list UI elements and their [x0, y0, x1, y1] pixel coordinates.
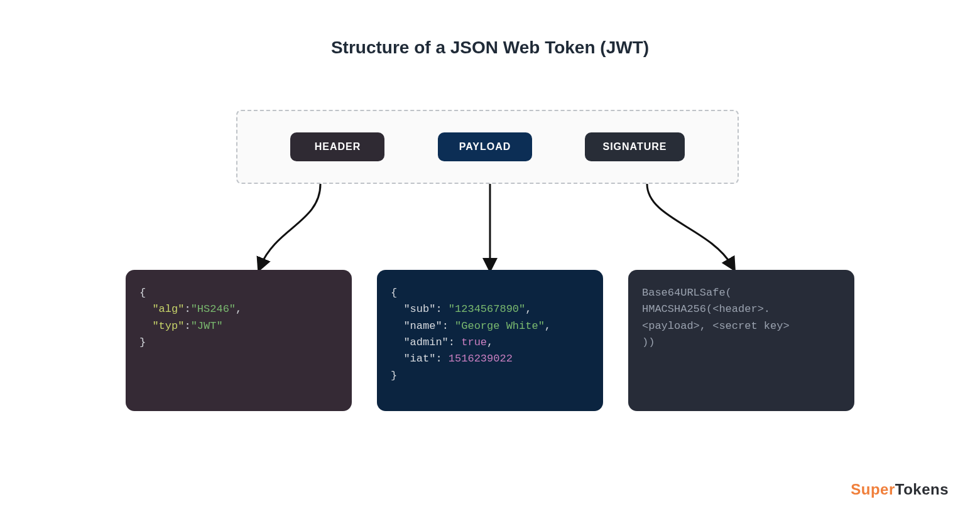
sig-line-4: )) — [642, 336, 655, 348]
header-typ-key: "typ" — [152, 320, 184, 332]
header-typ-val: "JWT" — [191, 320, 223, 332]
payload-name-val: "George White" — [455, 320, 545, 332]
signature-code-card: Base64URLSafe( HMACSHA256(<header>. <pay… — [628, 270, 854, 411]
brace-open: { — [391, 287, 397, 299]
payload-sub-key: "sub" — [403, 303, 435, 315]
brace-close: } — [391, 370, 397, 382]
jwt-part-header-badge: HEADER — [290, 132, 384, 161]
arrow-header — [239, 184, 352, 281]
header-alg-key: "alg" — [152, 303, 184, 315]
header-code-card: { "alg":"HS246", "typ":"JWT" } — [126, 270, 352, 411]
jwt-part-payload-badge: PAYLOAD — [438, 132, 532, 161]
diagram-title: Structure of a JSON Web Token (JWT) — [0, 38, 980, 58]
brace-close: } — [139, 336, 146, 348]
payload-admin-val: true — [461, 336, 487, 348]
jwt-part-signature-badge: SIGNATURE — [585, 132, 684, 161]
payload-sub-val: "1234567890" — [449, 303, 525, 315]
payload-admin-key: "admin" — [403, 336, 448, 348]
header-alg-val: "HS246" — [191, 303, 236, 315]
arrow-signature — [628, 184, 754, 281]
payload-code-card: { "sub": "1234567890", "name": "George W… — [377, 270, 603, 411]
payload-iat-val: 1516239022 — [449, 353, 513, 365]
jwt-parts-container: HEADER PAYLOAD SIGNATURE — [236, 110, 739, 184]
brand-part-1: Super — [851, 481, 895, 498]
payload-iat-key: "iat" — [403, 353, 435, 365]
arrow-payload — [459, 184, 521, 281]
brand-part-2: Tokens — [895, 481, 949, 498]
sig-line-3: <payload>, <secret key> — [642, 320, 790, 332]
brace-open: { — [139, 287, 146, 299]
sig-line-2: HMACSHA256(<header>. — [642, 303, 770, 315]
sig-line-1: Base64URLSafe( — [642, 287, 732, 299]
payload-name-key: "name" — [403, 320, 442, 332]
brand-logo: SuperTokens — [851, 481, 949, 498]
